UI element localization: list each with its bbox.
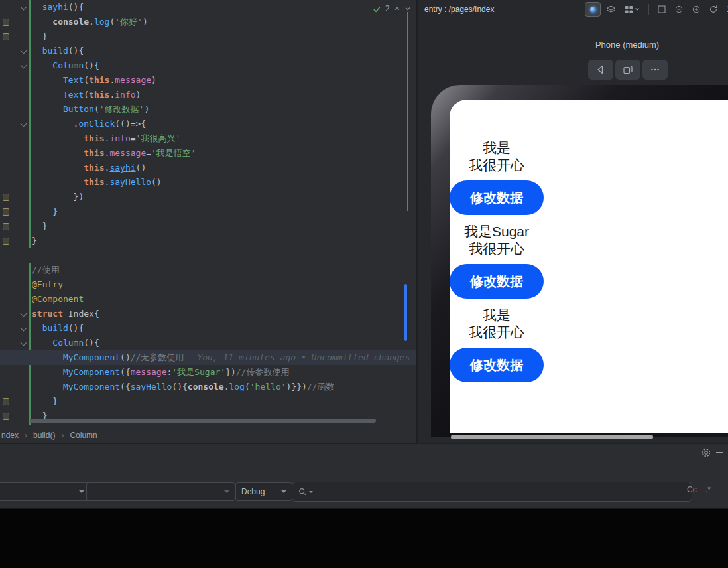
match-case-toggle[interactable]: Cc: [687, 485, 697, 494]
code-text: MyComponent({sayHello(){console.log('hel…: [32, 382, 335, 391]
code-line[interactable]: }: [0, 234, 416, 248]
rotate-button[interactable]: [706, 3, 721, 16]
code-text: }: [32, 236, 37, 246]
regex-toggle[interactable]: .*: [705, 485, 711, 494]
scrollbar-vcs-marker: [407, 12, 408, 211]
code-line[interactable]: Text(this.message): [0, 73, 416, 88]
search-box[interactable]: [292, 482, 692, 502]
code-line[interactable]: Button('修改数据'): [0, 102, 416, 117]
gutter-marker-icon[interactable]: [3, 194, 9, 201]
inspector-toggle-button[interactable]: [585, 2, 601, 17]
grid-icon: [625, 5, 633, 14]
fit-frame-button[interactable]: [654, 3, 669, 16]
code-line[interactable]: MyComponent({message:'我是Sugar'})//传参数使用: [0, 365, 416, 380]
code-text: MyComponent({message:'我是Sugar'})//传参数使用: [32, 367, 289, 377]
breadcrumb-item[interactable]: Column: [70, 431, 97, 440]
preview-text: 我是Sugar: [464, 223, 529, 240]
target-dropdown[interactable]: [86, 482, 235, 501]
code-text: console.log('你好'): [32, 17, 148, 27]
fold-chevron-icon[interactable]: [21, 4, 27, 11]
code-text: build(){: [32, 46, 84, 56]
code-line[interactable]: }: [0, 204, 416, 219]
code-area[interactable]: sayhi(){ console.log('你好') } build(){ Co…: [0, 0, 416, 427]
more-icon: [650, 64, 660, 75]
code-line[interactable]: Column(){: [0, 336, 416, 350]
code-line[interactable]: Column(){: [0, 58, 416, 73]
fold-chevron-icon[interactable]: [21, 48, 27, 54]
gutter-marker-icon[interactable]: [3, 208, 9, 216]
fold-chevron-icon[interactable]: [21, 121, 27, 127]
code-line[interactable]: //使用: [0, 263, 416, 277]
preview-button[interactable]: 修改数据: [450, 264, 544, 299]
gutter-marker-icon[interactable]: [3, 398, 9, 405]
scrollbar-thumb[interactable]: [404, 284, 407, 341]
inspections-widget[interactable]: 2: [373, 1, 411, 16]
gutter-marker-icon[interactable]: [3, 19, 9, 26]
code-line[interactable]: MyComponent({sayHello(){console.log('hel…: [0, 380, 416, 394]
display-mode-dropdown[interactable]: [621, 3, 643, 16]
gutter-marker-icon[interactable]: [3, 238, 9, 245]
code-line[interactable]: [0, 248, 416, 263]
code-line[interactable]: MyComponent()//无参数使用You, 11 minutes ago …: [0, 350, 416, 365]
code-editor[interactable]: sayhi(){ console.log('你好') } build(){ Co…: [0, 0, 416, 443]
code-line[interactable]: }: [0, 29, 416, 44]
code-line[interactable]: @Component: [0, 292, 416, 307]
editor-horizontal-scrollbar[interactable]: [30, 419, 376, 423]
phone-device-frame: 我是 我很开心 修改数据 我是Sugar 我很开心 修改数据 我是 我很开心 修…: [431, 85, 728, 437]
preview-content: 我是 我很开心 修改数据 我是Sugar 我很开心 修改数据 我是 我很开心 修…: [450, 100, 544, 390]
mode-dropdown[interactable]: Debug: [235, 482, 292, 501]
code-line[interactable]: this.sayhi(): [0, 161, 416, 175]
fold-chevron-icon[interactable]: [21, 325, 27, 332]
code-line[interactable]: sayhi(){: [0, 0, 416, 15]
fold-chevron-icon[interactable]: [21, 62, 27, 69]
chevron-up-icon[interactable]: [394, 5, 400, 12]
search-input[interactable]: [315, 486, 686, 497]
recent-tasks-button[interactable]: [615, 60, 640, 80]
frame-icon: [657, 5, 666, 14]
preview-button[interactable]: 修改数据: [450, 348, 544, 382]
console-output[interactable]: [0, 508, 728, 568]
preview-horizontal-scrollbar[interactable]: [451, 435, 653, 439]
code-line[interactable]: }: [0, 219, 416, 234]
code-line[interactable]: this.info='我很高兴': [0, 131, 416, 146]
minimize-button[interactable]: [714, 448, 725, 457]
chevron-down-icon: [79, 490, 84, 493]
preview-button[interactable]: 修改数据: [450, 180, 544, 215]
settings-button[interactable]: [700, 447, 712, 459]
code-line[interactable]: .onClick(()=>{: [0, 117, 416, 131]
breadcrumb-item[interactable]: build(): [33, 431, 55, 440]
gutter-marker-icon[interactable]: [3, 33, 9, 40]
code-text: }: [32, 31, 47, 41]
fold-chevron-icon[interactable]: [21, 340, 27, 346]
debug-tool-window: Debug Cc .*: [0, 443, 728, 568]
gutter-marker-icon[interactable]: [3, 413, 9, 420]
code-line[interactable]: @Entry: [0, 277, 416, 292]
code-line[interactable]: }): [0, 190, 416, 204]
zoom-out-button[interactable]: [672, 3, 686, 16]
breadcrumb: ndex › build() › Column: [0, 427, 416, 443]
zoom-in-button[interactable]: [689, 3, 703, 16]
phone-screen[interactable]: 我是 我很开心 修改数据 我是Sugar 我很开心 修改数据 我是 我很开心 修…: [450, 100, 728, 433]
code-line[interactable]: struct Index{: [0, 307, 416, 321]
code-line[interactable]: }: [0, 394, 416, 409]
code-line[interactable]: this.sayHello(): [0, 175, 416, 190]
code-line[interactable]: this.message='我是悟空': [0, 146, 416, 161]
code-line[interactable]: build(){: [0, 44, 416, 58]
breadcrumb-separator: ›: [61, 431, 64, 440]
code-text: Column(){: [32, 60, 99, 70]
chevron-down-icon[interactable]: [404, 5, 411, 12]
fold-chevron-icon[interactable]: [21, 311, 27, 317]
gutter-marker-icon[interactable]: [3, 223, 9, 230]
code-line[interactable]: Text(this.info): [0, 88, 416, 102]
inspection-count: 2: [385, 1, 390, 16]
breadcrumb-item[interactable]: ndex: [1, 431, 19, 440]
chevron-down-icon: [309, 491, 313, 493]
config-dropdown[interactable]: [0, 482, 90, 501]
more-button[interactable]: [642, 60, 668, 80]
inspector-icon: [590, 7, 596, 13]
code-text: this.sayhi(): [32, 163, 146, 173]
code-line[interactable]: console.log('你好'): [0, 15, 416, 29]
component-tree-button[interactable]: [603, 3, 618, 16]
code-line[interactable]: build(){: [0, 321, 416, 336]
back-button[interactable]: [588, 60, 613, 80]
